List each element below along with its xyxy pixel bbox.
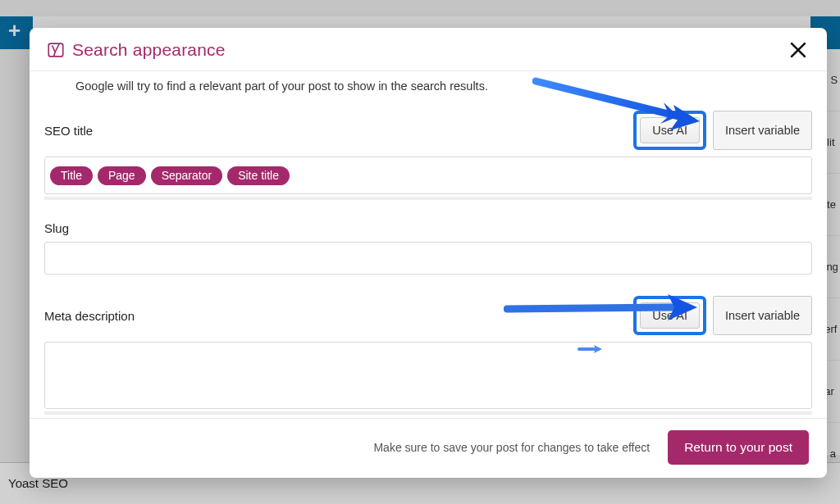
- footer-note: Make sure to save your post for changes …: [373, 441, 650, 454]
- seo-title-use-ai-button[interactable]: Use AI: [640, 117, 700, 143]
- meta-description-insert-variable-button[interactable]: Insert variable: [713, 296, 812, 335]
- slug-label: Slug: [44, 221, 69, 235]
- seo-title-label: SEO title: [44, 124, 93, 138]
- intro-text: Google will try to find a relevant part …: [75, 79, 812, 93]
- seo-title-progress: [44, 197, 812, 200]
- meta-description-input[interactable]: [44, 342, 812, 409]
- meta-description-use-ai-button[interactable]: Use AI: [640, 302, 700, 329]
- search-appearance-modal: Search appearance Google will try to fin…: [30, 28, 827, 478]
- slug-block: Slug: [44, 221, 812, 275]
- return-to-post-button[interactable]: Return to your post: [668, 430, 809, 465]
- meta-description-buttons: Use AI Insert variable: [633, 296, 812, 335]
- slug-input[interactable]: [44, 242, 812, 275]
- variable-chip-title[interactable]: Title: [50, 166, 93, 185]
- yoast-logo-icon: [48, 42, 64, 58]
- modal-footer: Make sure to save your post for changes …: [30, 418, 827, 478]
- variable-chip-page[interactable]: Page: [98, 166, 146, 185]
- seo-title-buttons: Use AI Insert variable: [633, 111, 812, 150]
- modal-header: Search appearance: [30, 28, 827, 71]
- modal-body: Google will try to find a relevant part …: [30, 71, 827, 418]
- modal-title: Search appearance: [72, 40, 226, 60]
- meta-description-progress: [44, 411, 812, 415]
- seo-title-ai-highlight: Use AI: [633, 111, 706, 150]
- seo-title-insert-variable-button[interactable]: Insert variable: [713, 111, 812, 150]
- meta-description-block: Meta description Use AI Insert variable: [44, 296, 812, 415]
- modal-title-group: Search appearance: [48, 40, 226, 60]
- close-icon[interactable]: [788, 39, 809, 61]
- seo-title-input[interactable]: Title Page Separator Site title: [44, 157, 812, 194]
- variable-chip-site-title[interactable]: Site title: [227, 166, 290, 185]
- seo-title-block: SEO title Use AI Insert variable Title P…: [44, 111, 812, 200]
- meta-description-ai-highlight: Use AI: [633, 296, 706, 335]
- meta-description-label: Meta description: [44, 309, 135, 323]
- variable-chip-separator[interactable]: Separator: [151, 166, 222, 185]
